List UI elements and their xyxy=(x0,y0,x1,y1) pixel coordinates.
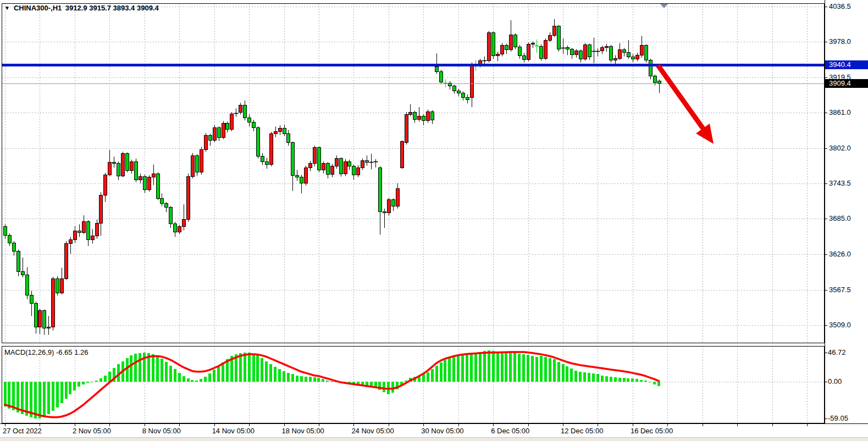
candle-bull xyxy=(635,55,639,59)
macd-bar xyxy=(43,382,46,417)
candle-bear xyxy=(588,45,591,57)
trading-terminal-chart: ▼CHINA300-,H1 3912.9 3915.7 3893.4 3909.… xyxy=(0,0,868,441)
macd-bar xyxy=(161,359,163,382)
macd-bar xyxy=(65,382,68,399)
macd-bar xyxy=(644,381,647,382)
macd-bar xyxy=(165,362,168,382)
candle-bull xyxy=(64,244,68,279)
candle-bear xyxy=(317,148,320,170)
macd-bar xyxy=(313,377,316,382)
macd-bar xyxy=(305,377,307,382)
macd-layer[interactable] xyxy=(2,346,825,423)
candle-bull xyxy=(330,166,334,174)
candle-bear xyxy=(208,136,212,141)
candle-bear xyxy=(291,143,294,175)
resistance-line[interactable] xyxy=(2,64,825,66)
candle-bull xyxy=(38,311,41,327)
macd-bar xyxy=(553,359,556,382)
macd-bar xyxy=(540,356,543,382)
macd-bar xyxy=(326,381,329,382)
macd-bar xyxy=(152,354,154,382)
candle-bull xyxy=(322,163,325,170)
candle-bear xyxy=(513,35,517,47)
macd-bar xyxy=(531,356,534,382)
candle-bear xyxy=(217,127,220,137)
candle-bear xyxy=(491,33,495,56)
candle-bear xyxy=(30,295,33,303)
candle-bull xyxy=(95,223,98,236)
macd-bar xyxy=(461,355,464,382)
price-tick-label: 3743.5 xyxy=(829,179,851,188)
candle-bull xyxy=(605,46,608,47)
macd-bar xyxy=(104,376,107,382)
symbol-dropdown-icon[interactable]: ▼ xyxy=(4,5,10,11)
macd-bar xyxy=(130,355,132,382)
candle-bear xyxy=(78,231,81,232)
macd-bar xyxy=(265,361,268,382)
candle-bull xyxy=(344,161,347,174)
candle-bear xyxy=(300,177,303,183)
macd-bar xyxy=(156,356,159,382)
macd-bar xyxy=(522,354,525,382)
macd-bar xyxy=(618,378,621,382)
macd-bar xyxy=(557,362,560,382)
macd-bar xyxy=(448,358,451,382)
trend-arrow[interactable] xyxy=(658,65,714,144)
candle-bear xyxy=(448,83,451,86)
macd-bar xyxy=(183,376,185,382)
macd-bar xyxy=(99,378,102,382)
candle-bear xyxy=(505,46,508,50)
macd-bar xyxy=(300,376,303,382)
macd-bar xyxy=(178,373,181,382)
macd-bar xyxy=(204,377,207,382)
shift-end-marker-icon[interactable] xyxy=(660,4,668,8)
candle-bull xyxy=(426,112,429,120)
candle-bear xyxy=(439,71,443,82)
hline-price-tag[interactable]: 3940.4 xyxy=(825,60,868,69)
candle-bull xyxy=(640,46,643,55)
candle-bull xyxy=(274,131,277,133)
candle-bull xyxy=(230,114,233,130)
time-tick-label: 14 Nov 05:00 xyxy=(212,427,255,436)
candle-bear xyxy=(657,81,661,83)
macd-bar xyxy=(466,355,468,382)
macd-bar xyxy=(383,382,385,392)
time-tick-label: 27 Oct 2022 xyxy=(3,427,42,436)
candle-bull xyxy=(222,124,225,137)
chart-title: ▼CHINA300-,H1 3912.9 3915.7 3893.4 3909.… xyxy=(4,4,159,13)
price-tick-label: 3919.5 xyxy=(829,73,851,82)
macd-bar xyxy=(640,380,643,382)
chart-canvas[interactable] xyxy=(0,0,868,441)
candle-bear xyxy=(86,222,90,240)
candle-bear xyxy=(42,311,46,328)
macd-bar xyxy=(278,369,281,382)
candle-bull xyxy=(574,51,578,55)
price-tick-label: 3802.0 xyxy=(829,144,851,153)
macd-bar xyxy=(60,382,63,403)
candle-bear xyxy=(461,93,465,98)
macd-bar xyxy=(452,357,455,382)
candle-bull xyxy=(147,177,151,190)
macd-bar xyxy=(610,377,612,382)
macd-bar xyxy=(56,382,59,407)
macd-bar xyxy=(631,378,634,382)
macd-bar xyxy=(635,379,638,382)
candle-bear xyxy=(566,47,569,49)
macd-bar xyxy=(470,354,473,382)
macd-bar xyxy=(38,382,41,418)
main-chart-layer[interactable] xyxy=(2,3,825,343)
macd-bar xyxy=(601,376,604,382)
candle-bear xyxy=(21,271,24,275)
candle-bear xyxy=(25,275,29,295)
macd-signal-line xyxy=(5,352,659,417)
candle-bear xyxy=(283,129,286,134)
candle-bull xyxy=(396,189,399,206)
candle-bear xyxy=(649,60,652,76)
candle-bear xyxy=(466,97,469,99)
candle-bull xyxy=(470,64,473,97)
candle-bear xyxy=(622,50,626,52)
candle-bear xyxy=(295,175,298,177)
macd-bar xyxy=(78,382,80,387)
candle-bear xyxy=(195,155,198,172)
candle-bear xyxy=(391,199,395,206)
